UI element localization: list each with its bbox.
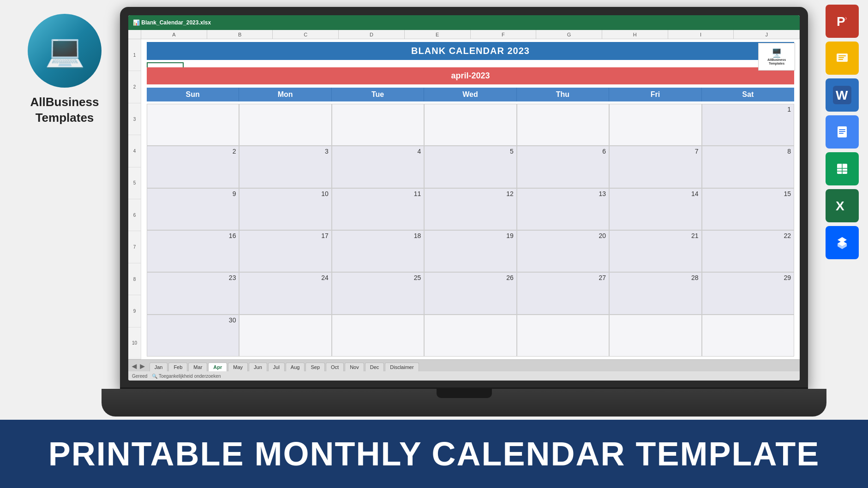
cal-cell-21: 21 (609, 230, 701, 272)
cal-cell-w6-sat (702, 315, 794, 357)
cal-cell-w6-thu (517, 315, 609, 357)
status-accessibility: 🔍 Toegankelijkheid onderzoeken (152, 374, 221, 379)
col-i: I (668, 30, 734, 39)
cal-cell-w1-fri (609, 104, 701, 146)
cal-cell-15: 15 (702, 188, 794, 230)
banner-text: PRINTABLE MONTHLY CALENDAR TEMPLATE (48, 435, 820, 473)
cal-cell-25: 25 (332, 272, 424, 314)
svg-text:X: X (836, 199, 844, 213)
sheet-tabs-bar: ◄► Jan Feb Mar Apr May Jun Jul Aug Sep O… (128, 359, 800, 371)
svg-rect-6 (838, 57, 844, 58)
google-sheets-icon[interactable] (826, 152, 859, 185)
cal-cell-w6-tue (332, 315, 424, 357)
row-6: 6 (128, 199, 141, 231)
cal-cell-5: 5 (424, 146, 516, 188)
logo-company: AllBusiness (30, 95, 99, 109)
cal-cell-22: 22 (702, 230, 794, 272)
cal-cell-12: 12 (424, 188, 516, 230)
google-docs-icon[interactable] (826, 115, 859, 149)
cal-cell-4: 4 (332, 146, 424, 188)
tab-sep[interactable]: Sep (305, 363, 325, 371)
svg-rect-12 (839, 129, 845, 130)
cal-cell-26: 26 (424, 272, 516, 314)
cal-cell-10: 10 (239, 188, 331, 230)
svg-rect-5 (838, 55, 846, 56)
bottom-banner: PRINTABLE MONTHLY CALENDAR TEMPLATE (0, 420, 868, 488)
excel-spreadsheet: 📊 Blank_Calendar_2023.xlsx A B C D E F G… (128, 15, 800, 381)
calendar-title: BLANK CALENDAR 2023 (147, 42, 794, 60)
laptop-base (102, 389, 826, 417)
cal-cell-19: 19 (424, 230, 516, 272)
dropbox-icon[interactable] (826, 226, 859, 259)
logo-text: AllBusiness Templates (30, 95, 99, 126)
cal-cell-1: 1 (702, 104, 794, 146)
logo-area: 💻 AllBusiness Templates (14, 14, 115, 126)
svg-rect-14 (839, 133, 844, 134)
row-10: 10 (128, 327, 141, 359)
tab-mar[interactable]: Mar (188, 363, 207, 371)
cal-cell-w1-mon (239, 104, 331, 146)
svg-text:P: P (837, 14, 845, 29)
tab-jul[interactable]: Jul (268, 363, 285, 371)
cal-cell-w6-mon (239, 315, 331, 357)
tab-dec[interactable]: Dec (365, 363, 384, 371)
row-7: 7 (128, 231, 141, 263)
cal-cell-27: 27 (517, 272, 609, 314)
laptop-container: 📊 Blank_Calendar_2023.xlsx A B C D E F G… (120, 7, 808, 417)
laptop-screen: 📊 Blank_Calendar_2023.xlsx A B C D E F G… (128, 15, 800, 381)
cal-cell-30: 30 (147, 315, 239, 357)
day-thu: Thu (517, 88, 609, 101)
row-8: 8 (128, 263, 141, 295)
row-2: 2 (128, 71, 141, 103)
day-tue: Tue (332, 88, 424, 101)
col-h: H (602, 30, 668, 39)
day-sat: Sat (702, 88, 794, 101)
tab-disclaimer[interactable]: Disclaimer (385, 363, 419, 371)
col-j: J (734, 30, 800, 39)
logo-circle: 💻 (28, 14, 102, 88)
cal-cell-8: 8 (702, 146, 794, 188)
col-b: B (207, 30, 273, 39)
tab-nov[interactable]: Nov (345, 363, 364, 371)
svg-rect-13 (839, 131, 845, 132)
col-a: A (141, 30, 207, 39)
cal-cell-w1-thu (517, 104, 609, 146)
cal-cell-28: 28 (609, 272, 701, 314)
row-1: 1 (128, 39, 141, 71)
right-app-icons: P › W (826, 5, 859, 259)
logo-laptop-icon: 💻 (45, 32, 85, 70)
tab-apr[interactable]: Apr (208, 363, 227, 371)
cal-cell-w6-wed (424, 315, 516, 357)
col-g: G (536, 30, 602, 39)
cal-cell-9: 9 (147, 188, 239, 230)
tab-may[interactable]: May (228, 363, 248, 371)
row-9: 9 (128, 295, 141, 327)
cal-cell-14: 14 (609, 188, 701, 230)
day-sun: Sun (147, 88, 239, 101)
word-icon[interactable]: W (826, 78, 859, 112)
cal-cell-16: 16 (147, 230, 239, 272)
tab-aug[interactable]: Aug (286, 363, 305, 371)
day-wed: Wed (424, 88, 516, 101)
row-3: 3 (128, 103, 141, 135)
excel-status-bar: Gereed 🔍 Toegankelijkheid onderzoeken (128, 371, 800, 381)
cal-cell-7: 7 (609, 146, 701, 188)
powerpoint-icon[interactable]: P › (826, 5, 859, 38)
tab-jan[interactable]: Jan (150, 363, 168, 371)
cal-cell-11: 11 (332, 188, 424, 230)
col-d: D (339, 30, 405, 39)
cal-cell-23: 23 (147, 272, 239, 314)
row-5: 5 (128, 167, 141, 199)
tab-feb[interactable]: Feb (168, 363, 187, 371)
calendar-month: april-2023 (147, 67, 794, 84)
day-mon: Mon (239, 88, 331, 101)
tab-oct[interactable]: Oct (326, 363, 344, 371)
excel-icon[interactable]: X (826, 189, 859, 222)
google-slides-icon[interactable] (826, 42, 859, 75)
tab-jun[interactable]: Jun (249, 363, 267, 371)
col-e: E (405, 30, 471, 39)
laptop-body: 📊 Blank_Calendar_2023.xlsx A B C D E F G… (120, 7, 808, 389)
cal-cell-6: 6 (517, 146, 609, 188)
cal-cell-24: 24 (239, 272, 331, 314)
cal-cell-w1-tue (332, 104, 424, 146)
